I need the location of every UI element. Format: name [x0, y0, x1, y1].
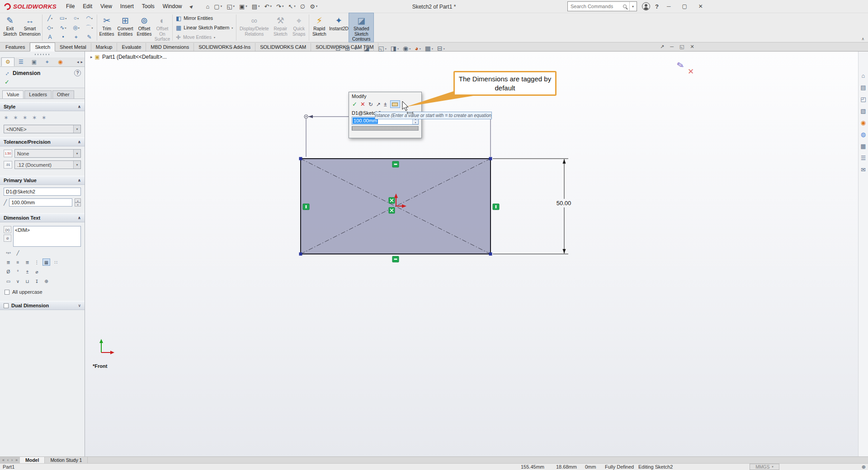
smart-dimension-button[interactable]: ↔ Smart Dimension — [19, 13, 41, 42]
edit-appearance-button[interactable]: ◕▾ — [415, 45, 420, 52]
dual-dimension-section-header[interactable]: Dual Dimension ∨ — [0, 301, 85, 310]
appearances-icon[interactable]: ◉ — [861, 119, 866, 126]
previous-view-button[interactable]: ↩ — [354, 45, 359, 52]
tab-evaluate[interactable]: Evaluate — [117, 43, 146, 51]
all-uppercase-checkbox[interactable] — [5, 290, 9, 295]
tool-spline[interactable]: ∿▾ — [57, 23, 70, 33]
style-favorite-icon[interactable]: ✶ — [42, 114, 47, 121]
quick-snaps-button[interactable]: ⌖ Quick Snaps — [290, 13, 308, 42]
feature-manager-tab[interactable]: ☰ — [14, 57, 28, 66]
display-delete-relations-button[interactable]: ∞ Display/Delete Relations — [237, 13, 271, 42]
dimension-text-section-header[interactable]: Dimension Text ∧ — [0, 213, 85, 222]
rebuild-icon[interactable]: ↻ — [368, 101, 373, 108]
square-symbol-icon[interactable]: ▭ — [5, 277, 12, 285]
home-button[interactable]: ⌂ — [203, 2, 212, 11]
globe-icon[interactable]: ⊕ — [862, 464, 866, 470]
design-library-icon[interactable]: ▤ — [860, 84, 866, 91]
inspection-dimension-icon[interactable]: ⊘ — [4, 235, 11, 242]
panel-splitter[interactable] — [0, 52, 85, 57]
tab-model[interactable]: Model — [20, 457, 45, 463]
trim-entities-button[interactable]: ✂ Trim Entities — [98, 13, 115, 42]
plus-minus-symbol-icon[interactable]: ± — [24, 268, 31, 275]
search-caret-icon[interactable]: ▾ — [629, 2, 634, 11]
style-favorite-icon[interactable]: ✶ — [23, 114, 28, 121]
menu-view[interactable]: View — [96, 1, 116, 12]
collapse-ribbon-icon[interactable]: ∧ — [861, 37, 864, 41]
redo-button[interactable]: ↷▾ — [274, 2, 286, 11]
tab-solidworks-cam[interactable]: SOLIDWORKS CAM — [255, 43, 311, 51]
tool-sketch-pencil[interactable]: ✎ — [83, 33, 96, 42]
last-tab-icon[interactable]: » — [15, 458, 18, 462]
units-selector[interactable]: MMGS ▾ — [750, 464, 779, 470]
tool-rectangle[interactable]: ▭▾ — [57, 14, 70, 23]
value-spinner[interactable]: ▴ ▾ — [75, 198, 81, 207]
close-button[interactable]: ✕ — [695, 2, 706, 10]
tab-scroll-right-icon[interactable]: ▸ — [80, 60, 83, 64]
doc-minimize-icon[interactable]: ─ — [670, 44, 674, 50]
rapid-sketch-button[interactable]: ⚡ Rapid Sketch — [310, 13, 328, 42]
thumbwheel[interactable] — [352, 126, 419, 131]
add-parenthesis-icon[interactable]: (x) — [4, 226, 11, 233]
offset-on-surface-button[interactable]: ◐ Offset On Surface — [153, 13, 171, 42]
repair-sketch-button[interactable]: ⚒ Repair Sketch — [271, 13, 290, 42]
select-button[interactable]: ↖▾ — [286, 2, 297, 11]
tab-solidworks-add-ins[interactable]: SOLIDWORKS Add-Ins — [194, 43, 255, 51]
dimension-name-field[interactable]: D1@Sketch2 — [4, 188, 81, 196]
panel-accept-button[interactable]: ✓ — [0, 78, 85, 88]
convert-entities-button[interactable]: ⊞ Convert Entities — [115, 13, 135, 42]
tool-ellipse[interactable]: ◎▾ — [70, 23, 83, 33]
search-input[interactable]: Search Commands ▾ — [567, 1, 637, 11]
doc-restore-icon[interactable]: ◱ — [679, 44, 684, 50]
style-favorite-icon[interactable]: ✶ — [32, 114, 37, 121]
modify-dialog-title[interactable]: Modify — [349, 92, 421, 100]
tab-markup[interactable]: Markup — [91, 43, 118, 51]
tab-other[interactable]: Other — [52, 90, 74, 99]
increment-icon[interactable]: ± — [384, 101, 387, 108]
first-tab-icon[interactable]: « — [2, 458, 5, 462]
hide-show-items-button[interactable]: ◉▾ — [403, 45, 410, 52]
tab-sketch[interactable]: Sketch — [30, 42, 55, 52]
justify-vertical-icon[interactable]: ⋮ — [33, 258, 41, 266]
menu-tools[interactable]: Tools — [138, 1, 159, 12]
confirmation-corner-cancel-icon[interactable]: ✕ — [688, 67, 694, 76]
open-document-button[interactable]: ◱▾ — [224, 2, 237, 11]
tool-construction[interactable]: ⌖ — [70, 33, 83, 42]
tool-line[interactable]: ╱▾ — [43, 14, 57, 23]
tab-leaders[interactable]: Leaders — [24, 90, 52, 99]
dimension-text-area[interactable]: <DIM> — [13, 226, 81, 247]
next-tab-icon[interactable]: › — [11, 458, 13, 462]
tab-scroll-left-icon[interactable]: ◂ — [77, 60, 79, 64]
property-manager-tab[interactable]: ⚙ — [1, 57, 14, 66]
maximize-button[interactable]: ▢ — [679, 2, 690, 10]
tool-point[interactable]: • — [57, 33, 70, 42]
add-value-icon[interactable]: +x+ — [5, 249, 12, 256]
exit-sketch-button[interactable]: ✎ Exit Sketch — [1, 13, 19, 42]
diameter-symbol-icon[interactable]: Ø — [5, 268, 12, 275]
undock-icon[interactable]: ↗ — [660, 44, 664, 50]
primary-value-section-header[interactable]: Primary Value ∧ — [0, 176, 85, 185]
tab-features[interactable]: Features — [1, 43, 30, 51]
file-explorer-icon[interactable]: ◰ — [860, 96, 866, 103]
display-style-button[interactable]: ◨▾ — [391, 45, 399, 52]
user-avatar[interactable] — [642, 2, 650, 10]
tab-value[interactable]: Value — [2, 90, 24, 99]
justify-center-icon[interactable]: ≡ — [14, 258, 22, 266]
style-dropdown[interactable]: <NONE> ▾ — [4, 125, 81, 133]
more-symbols-icon[interactable]: ⊕ — [42, 277, 50, 285]
counterbore-symbol-icon[interactable]: ⊔ — [24, 277, 31, 285]
depth-symbol-icon[interactable]: ↧ — [33, 277, 41, 285]
display-manager-tab[interactable]: ◉ — [54, 57, 67, 66]
custom-properties-icon[interactable]: ▦ — [860, 143, 866, 150]
offset-entities-button[interactable]: ⊚ Offset Entities — [135, 13, 153, 42]
tag-dimension-button[interactable] — [390, 100, 400, 108]
leader-style-icon[interactable]: ╱ — [14, 249, 22, 256]
mirror-entities-button[interactable]: ◧ Mirror Entities — [176, 14, 233, 23]
tab-mbd-dimensions[interactable]: MBD Dimensions — [146, 43, 194, 51]
style-favorite-icon[interactable]: ✶ — [4, 114, 9, 121]
print-button[interactable]: ▤▾ — [250, 2, 262, 11]
apply-scene-button[interactable]: ▦▾ — [425, 45, 433, 52]
menu-file[interactable]: File — [62, 1, 79, 12]
minimize-button[interactable]: ─ — [664, 2, 674, 10]
attach-button[interactable]: ∅ — [298, 2, 307, 11]
feature-tree-breadcrumb[interactable]: ▸ ▣ Part1 (Default<<Default>... — [90, 54, 167, 60]
